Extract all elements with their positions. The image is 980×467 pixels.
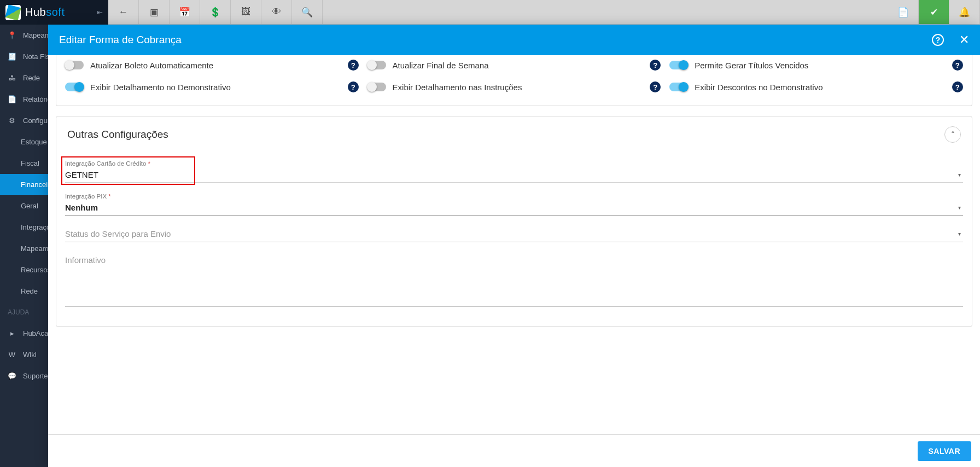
sidebar-item-label: Rede xyxy=(23,74,40,82)
help-icon[interactable]: ? xyxy=(952,60,963,71)
sidebar-item-label: Geral xyxy=(21,202,38,210)
help-icon[interactable]: ? xyxy=(952,81,963,92)
help-icon[interactable]: ? xyxy=(348,81,359,92)
report-icon: 📄 xyxy=(8,95,16,103)
switch-icon[interactable] xyxy=(65,83,84,91)
chevron-up-icon[interactable]: ˄ xyxy=(944,126,961,143)
modal-title: Editar Forma de Cobrança xyxy=(59,34,182,46)
billing-icon[interactable]: 💲 xyxy=(200,0,231,24)
modal-editar-cobranca: Editar Forma de Cobrança ? ✕ Atualizar B… xyxy=(48,25,980,467)
sidebar-item-label: Fiscal xyxy=(21,159,39,167)
status-ok-icon[interactable]: ✔ xyxy=(919,0,949,24)
card-outras-config: Outras Configurações ˄ Integração Cartão… xyxy=(56,116,972,327)
save-button[interactable]: SALVAR xyxy=(918,441,971,461)
card-header[interactable]: Outras Configurações ˄ xyxy=(56,116,972,153)
pin-icon: 📍 xyxy=(8,31,16,39)
toggle-titulos-vencidos[interactable]: Permite Gerar Títulos Vencidos ? xyxy=(665,55,967,76)
sidebar-item-label: Rede xyxy=(21,287,38,295)
toggle-descontos-demonstrativo[interactable]: Exibir Descontos no Demonstrativo ? xyxy=(665,76,967,98)
toggle-detalhe-instrucoes[interactable]: Exibir Detalhamento nas Instruções ? xyxy=(363,76,666,98)
field-informativo[interactable] xyxy=(65,252,963,309)
field-label: Integração Cartão de Crédito * xyxy=(65,160,963,167)
sidebar-item-label: Estoque xyxy=(21,138,47,146)
switch-icon[interactable] xyxy=(669,61,688,69)
chevron-down-icon[interactable]: ▾ xyxy=(958,172,961,178)
logo-hub: Hub xyxy=(25,6,46,18)
select-integracao-cartao[interactable] xyxy=(65,167,963,183)
toggle-label: Atualizar Final de Semana xyxy=(393,61,489,70)
document-icon: 🧾 xyxy=(8,52,16,61)
toggles-section: Atualizar Boleto Automaticamente ? Atual… xyxy=(56,55,972,106)
help-icon[interactable]: ? xyxy=(348,60,359,71)
toggle-label: Atualizar Boleto Automaticamente xyxy=(90,61,213,70)
gear-icon: ⚙ xyxy=(8,116,16,125)
collapse-icon[interactable]: ⇤ xyxy=(97,8,103,16)
toggle-atualizar-boleto[interactable]: Atualizar Boleto Automaticamente ? xyxy=(61,55,363,76)
topbar: ← ▣ 📅 💲 🖼 👁 🔍 📄 ✔ 🔔 xyxy=(108,0,980,25)
help-icon[interactable]: ? xyxy=(650,81,661,92)
toggle-label: Exibir Descontos no Demonstrativo xyxy=(695,83,822,92)
bell-icon[interactable]: 🔔 xyxy=(949,0,980,24)
contact-icon[interactable]: ▣ xyxy=(139,0,170,24)
eye-icon[interactable]: 👁 xyxy=(261,0,292,24)
network-icon: 🖧 xyxy=(8,74,16,82)
logo-text: Hubsoft xyxy=(25,6,65,19)
modal-header: Editar Forma de Cobrança ? ✕ xyxy=(48,25,980,55)
play-icon: ▸ xyxy=(8,329,16,337)
field-integracao-cartao[interactable]: Integração Cartão de Crédito * ▾ xyxy=(65,160,963,183)
sidebar-item-label: Suporte xyxy=(23,372,48,380)
field-status-servico[interactable]: ▾ xyxy=(65,226,963,242)
logo-row: Hubsoft ⇤ xyxy=(0,0,108,25)
chat-icon: 💬 xyxy=(8,372,16,380)
modal-footer: SALVAR xyxy=(48,434,980,467)
sidebar-item-label: Wiki xyxy=(23,351,37,359)
pdf-icon[interactable]: 📄 xyxy=(888,0,919,24)
switch-icon[interactable] xyxy=(65,61,84,69)
wiki-icon: W xyxy=(8,351,16,359)
calendar-icon[interactable]: 📅 xyxy=(170,0,200,24)
back-button[interactable]: ← xyxy=(108,0,139,24)
select-status-servico[interactable] xyxy=(65,226,963,242)
search-icon[interactable]: 🔍 xyxy=(292,0,323,24)
switch-icon[interactable] xyxy=(669,83,688,91)
logo-soft: soft xyxy=(46,6,65,18)
toggle-label: Exibir Detalhamento nas Instruções xyxy=(393,83,522,92)
chevron-down-icon[interactable]: ▾ xyxy=(958,205,961,211)
modal-body: Atualizar Boleto Automaticamente ? Atual… xyxy=(48,55,980,434)
chevron-down-icon[interactable]: ▾ xyxy=(958,231,961,237)
field-integracao-pix[interactable]: Integração PIX * ▾ xyxy=(65,193,963,216)
close-icon[interactable]: ✕ xyxy=(959,33,969,47)
toggle-detalhe-demonstrativo[interactable]: Exibir Detalhamento no Demonstrativo ? xyxy=(61,76,363,98)
image-icon[interactable]: 🖼 xyxy=(231,0,261,24)
help-icon[interactable]: ? xyxy=(932,34,944,46)
switch-icon[interactable] xyxy=(368,61,386,69)
toggle-atualizar-fds[interactable]: Atualizar Final de Semana ? xyxy=(363,55,666,76)
card-title: Outras Configurações xyxy=(67,129,168,141)
help-icon[interactable]: ? xyxy=(650,60,661,71)
toggle-label: Permite Gerar Títulos Vencidos xyxy=(695,61,808,70)
logo-icon xyxy=(5,5,21,20)
switch-icon[interactable] xyxy=(368,83,386,91)
field-label: Integração PIX * xyxy=(65,193,963,200)
toggle-label: Exibir Detalhamento no Demonstrativo xyxy=(90,83,231,92)
select-integracao-pix[interactable] xyxy=(65,200,963,216)
textarea-informativo[interactable] xyxy=(65,252,963,307)
